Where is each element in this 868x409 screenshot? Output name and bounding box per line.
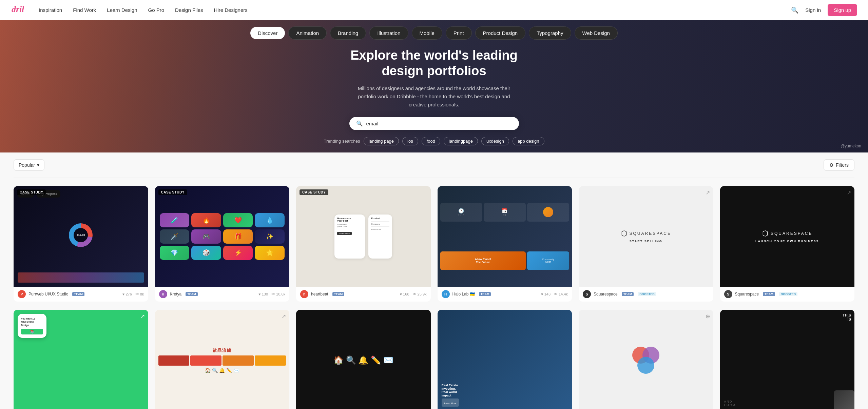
team-badge: TEAM <box>479 292 491 296</box>
filter-bar: Popular ▾ ⚙ Filters <box>14 152 854 178</box>
filter-icon: ⚙ <box>829 162 834 168</box>
filter-label: Filters <box>836 162 849 168</box>
pill-web-design[interactable]: Web Design <box>575 26 618 40</box>
shot-info: S Squarespace TEAM BOOSTED <box>579 287 713 302</box>
external-link-icon: ↗ <box>282 313 286 320</box>
shot-info: H Halo Lab 🇺🇦 TEAM ♥ 143 👁 14.4k <box>438 287 572 302</box>
views-stat: 👁 25.9k <box>413 292 427 296</box>
sort-label: Popular <box>19 162 35 168</box>
views-stat: 👁 14.4k <box>554 292 568 296</box>
author-name: Kretya <box>170 292 182 296</box>
shot-author: K Kretya TEAM <box>159 290 198 298</box>
trending-searches: Trending searches landing page ios food … <box>324 137 544 145</box>
shot-card[interactable]: Humans areyour best investmentgame plan … <box>296 186 431 302</box>
external-link-icon: ↗ <box>140 313 145 320</box>
author-avatar: S <box>724 290 732 298</box>
shot-author: h heartbeat TEAM <box>300 290 344 298</box>
shot-stats: ♥ 168 👁 25.9k <box>400 292 427 296</box>
trending-food[interactable]: food <box>422 137 440 145</box>
team-badge: TEAM <box>186 292 198 296</box>
nav-right: 🔍 Sign in Sign up <box>791 4 857 16</box>
shot-author: S Squarespace TEAM BOOSTED <box>583 290 656 298</box>
shot-info: S Squarespace TEAM BOOSTED <box>720 287 855 302</box>
shot-info: h heartbeat TEAM ♥ 168 👁 25.9k <box>296 287 431 302</box>
search-icon[interactable]: 🔍 <box>791 6 798 14</box>
shot-card[interactable]: THISIS ANDFORM ↗ T Texture Studio <box>720 310 855 409</box>
shot-author: P Purrweb UI/UX Studio TEAM <box>18 290 84 298</box>
shot-card[interactable]: You Have 12New BooksDesign 📚 ↗ L Library… <box>14 310 148 409</box>
main-content: Popular ▾ ⚙ Filters $12.00 My Progress <box>0 152 868 409</box>
shot-card[interactable]: 🧪 🔥 ❤️ 💧 🗡️ 🎮 🎁 ✨ 💎 🎲 ⚡ ⭐ CASE STUDY <box>155 186 290 302</box>
author-avatar: P <box>18 290 26 298</box>
trending-landingpage[interactable]: landingpage <box>444 137 478 145</box>
pill-animation[interactable]: Animation <box>288 26 327 40</box>
views-stat: 👁 8k <box>135 292 144 296</box>
pill-discover[interactable]: Discover <box>250 27 285 39</box>
author-name: Halo Lab 🇺🇦 <box>452 292 475 296</box>
nav-go-pro[interactable]: Go Pro <box>143 0 170 20</box>
shot-stats: ♥ 143 👁 14.4k <box>541 292 568 296</box>
search-icon-input: 🔍 <box>356 120 363 127</box>
boosted-badge: BOOSTED <box>638 292 656 296</box>
trending-app-design[interactable]: app design <box>513 137 544 145</box>
team-badge: TEAM <box>763 292 775 296</box>
hero-content: Explore the world's leadingdesign portfo… <box>324 27 544 145</box>
shot-info: K Kretya TEAM ♥ 130 👁 10.6k <box>155 287 290 302</box>
navbar: dribbble Inspiration Find Work Learn Des… <box>0 0 868 20</box>
sort-dropdown[interactable]: Popular ▾ <box>14 159 44 171</box>
external-link-icon: ↗ <box>706 189 710 196</box>
shot-badge: CASE STUDY <box>158 189 187 195</box>
trending-landing-page[interactable]: landing page <box>364 137 399 145</box>
nav-learn-design[interactable]: Learn Design <box>101 0 142 20</box>
author-avatar: h <box>300 290 308 298</box>
team-badge: TEAM <box>332 292 345 296</box>
trending-ios[interactable]: ios <box>402 137 418 145</box>
likes-stat: ♥ 168 <box>400 292 409 296</box>
shots-grid: $12.00 My Progress $12.00 CASE STUDY <box>14 178 854 310</box>
nav-hire-designers[interactable]: Hire Designers <box>209 0 253 20</box>
boosted-badge: BOOSTED <box>779 292 798 296</box>
shot-card[interactable]: 🕐 11:10 📅 22 Allow PlanetThe Future C <box>438 186 572 302</box>
search-bar: 🔍 <box>349 117 519 130</box>
external-link-icon: ↗ <box>847 189 851 196</box>
search-input[interactable] <box>366 121 512 126</box>
trending-uxdesign[interactable]: uxdesign <box>481 137 509 145</box>
shot-card[interactable]: Real EstateInvesting.Real worldimpact Le… <box>438 310 572 409</box>
shot-author: S Squarespace TEAM BOOSTED <box>724 290 798 298</box>
svg-text:dribbble: dribbble <box>12 5 24 14</box>
shot-stats: ♥ 130 👁 10.6k <box>258 292 285 296</box>
author-avatar: S <box>583 290 591 298</box>
dribbble-logo[interactable]: dribbble <box>11 5 24 16</box>
author-name: Purrweb UI/UX Studio <box>28 292 68 296</box>
chevron-down-icon: ▾ <box>37 162 39 168</box>
views-stat: 👁 10.6k <box>271 292 285 296</box>
filter-button[interactable]: ⚙ Filters <box>824 159 854 171</box>
shot-card[interactable]: 欲品流觴 🏠 🔍 🔔 ✏️ ✉️ ↗ K Kyoto Design <box>155 310 290 409</box>
shot-author: H Halo Lab 🇺🇦 TEAM <box>442 290 491 298</box>
hero-subtitle: Millions of designers and agencies aroun… <box>349 84 519 109</box>
author-name: Squarespace <box>735 292 759 296</box>
author-name: Squarespace <box>594 292 618 296</box>
external-link-icon: ↗ <box>847 313 851 320</box>
signup-button[interactable]: Sign up <box>828 4 857 16</box>
hero-title: Explore the world's leadingdesign portfo… <box>324 48 544 79</box>
external-link-icon: ⊕ <box>706 313 710 320</box>
signin-link[interactable]: Sign in <box>805 7 821 13</box>
team-badge: TEAM <box>72 292 84 296</box>
shot-badge: CASE STUDY <box>300 189 328 195</box>
shot-card[interactable]: SQUARESPACE START SELLING ↗ S Squarespac… <box>579 186 713 302</box>
author-avatar: K <box>159 290 167 298</box>
shot-badge: CASE STUDY <box>17 189 46 195</box>
nav-inspiration[interactable]: Inspiration <box>33 0 67 20</box>
shot-info: P Purrweb UI/UX Studio TEAM ♥ 276 👁 8k <box>14 287 148 302</box>
likes-stat: ♥ 143 <box>541 292 551 296</box>
nav-links: Inspiration Find Work Learn Design Go Pr… <box>33 0 253 20</box>
nav-design-files[interactable]: Design Files <box>170 0 209 20</box>
shot-card[interactable]: $12.00 My Progress $12.00 CASE STUDY <box>14 186 148 302</box>
nav-find-work[interactable]: Find Work <box>67 0 101 20</box>
likes-stat: ♥ 130 <box>258 292 268 296</box>
shot-card[interactable]: 🏠 🔍 🔔 ✏️ ✉️ D Dark Studio <box>296 310 431 409</box>
shot-card[interactable]: SQUARESPACE LAUNCH YOUR OWN BUSINESS ↗ S… <box>720 186 855 302</box>
shot-card[interactable]: ⊕ C Color Studio <box>579 310 713 409</box>
shots-grid-row2: You Have 12New BooksDesign 📚 ↗ L Library… <box>14 310 854 409</box>
